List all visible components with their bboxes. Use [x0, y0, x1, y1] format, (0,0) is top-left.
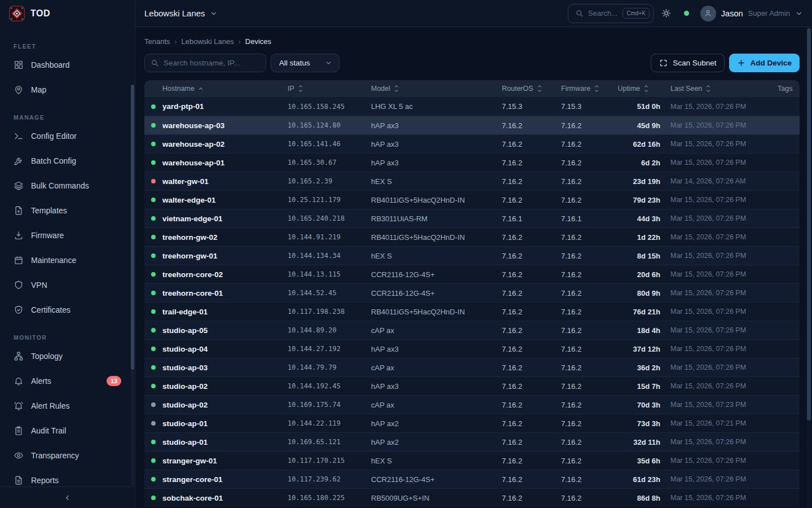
model-cell: hAP ax2 [371, 438, 502, 446]
wrench-icon [14, 156, 24, 166]
uptime-cell: 61d 23h [621, 475, 660, 484]
status-dot-online [151, 365, 156, 370]
app-root: TOD FLEETDashboardMapMANAGEConfig Editor… [0, 0, 812, 508]
device-row-trail-edge-01[interactable]: trail-edge-0110.117.198.238RB4011iGS+5Ha… [144, 302, 800, 321]
global-search[interactable]: Search... Cmd+K [568, 4, 654, 23]
device-row-walter-gw-01[interactable]: walter-gw-0110.165.2.39hEX S7.16.27.16.2… [144, 172, 800, 190]
sidebar-item-alerts[interactable]: Alerts13 [7, 370, 128, 392]
sidebar-item-transparency[interactable]: Transparency [7, 445, 128, 466]
device-row-stranger-core-01[interactable]: stranger-core-0110.117.239.62CCR2116-12G… [144, 470, 800, 488]
sidebar-item-maintenance[interactable]: Maintenance [7, 249, 128, 271]
sidebar-collapse-button[interactable] [0, 487, 135, 508]
chevron-down-icon [795, 10, 803, 17]
sidebar-item-vpn[interactable]: VPN [7, 274, 128, 296]
model-cell: cAP ax [371, 364, 502, 372]
column-header-last_seen[interactable]: Last Seen [660, 84, 778, 93]
sidebar-item-label: Firmware [31, 231, 64, 240]
avatar [700, 6, 716, 21]
column-header-tags: Tags [778, 85, 800, 93]
breadcrumb-item-lebowski-lanes[interactable]: Lebowski Lanes [182, 37, 234, 46]
firmware-cell: 7.16.2 [561, 196, 621, 204]
sidebar-nav: FLEETDashboardMapMANAGEConfig EditorBatc… [0, 27, 135, 491]
device-row-sobchak-core-01[interactable]: sobchak-core-0110.165.180.225RB5009UG+S+… [144, 488, 800, 507]
column-header-uptime[interactable]: Uptime [621, 84, 660, 93]
device-row-studio-ap-03[interactable]: studio-ap-0310.144.79.79cAP ax7.16.27.16… [144, 358, 800, 376]
sidebar-item-batch-config[interactable]: Batch Config [7, 150, 128, 172]
column-header-ip[interactable]: IP [288, 84, 371, 93]
device-row-walter-edge-01[interactable]: walter-edge-0110.25.121.179RB4011iGS+5Ha… [144, 190, 800, 209]
device-row-warehouse-ap-03[interactable]: warehouse-ap-0310.165.124.80hAP ax37.16.… [144, 116, 800, 134]
breadcrumb-separator: › [239, 38, 241, 46]
search-icon [575, 9, 584, 17]
sidebar-item-label: Dashboard [31, 60, 70, 69]
device-row-yard-ptp-01[interactable]: yard-ptp-0110.165.158.245LHG XL 5 ac7.15… [144, 97, 800, 116]
ip-cell: 10.117.239.62 [288, 475, 371, 483]
sidebar-item-certificates[interactable]: Certificates [7, 299, 128, 321]
sort-toggle-icon [594, 84, 599, 93]
add-device-button[interactable]: Add Device [729, 54, 800, 72]
column-header-hostname[interactable]: Hostname [162, 85, 288, 93]
device-row-studio-ap-04[interactable]: studio-ap-0410.144.27.192hAP ax37.16.27.… [144, 339, 800, 358]
sidebar-item-templates[interactable]: Templates [7, 200, 128, 221]
device-row-studio-ap-02[interactable]: studio-ap-0210.144.192.45hAP ax37.16.27.… [144, 376, 800, 395]
device-row-treehorn-core-02[interactable]: treehorn-core-0210.144.13.115CCR2116-12G… [144, 265, 800, 283]
tenant-selector[interactable]: Lebowski Lanes [144, 8, 218, 18]
status-cell [144, 104, 162, 109]
sidebar-item-config-editor[interactable]: Config Editor [7, 125, 128, 147]
device-table: HostnameIPModelRouterOSFirmwareUptimeLas… [144, 80, 800, 507]
sidebar-item-dashboard[interactable]: Dashboard [7, 54, 128, 76]
sidebar-item-audit-trail[interactable]: Audit Trail [7, 420, 128, 441]
connection-status-dot [684, 11, 689, 16]
device-row-warehouse-ap-02[interactable]: warehouse-ap-0210.165.141.46hAP ax37.16.… [144, 134, 800, 153]
device-row-treehorn-gw-01[interactable]: treehorn-gw-0110.144.134.34hEX S7.16.27.… [144, 246, 800, 265]
column-header-model[interactable]: Model [371, 84, 502, 93]
device-row-warehouse-ap-01[interactable]: warehouse-ap-0110.165.30.67hAP ax37.16.2… [144, 153, 800, 172]
device-row-treehorn-gw-02[interactable]: treehorn-gw-0210.144.91.219RB4011iGS+5Ha… [144, 227, 800, 246]
device-row-treehorn-core-01[interactable]: treehorn-core-0110.144.52.45CCR2116-12G-… [144, 283, 800, 302]
status-dot-online [151, 160, 156, 165]
theme-toggle-button[interactable] [658, 5, 675, 22]
device-row-studio-ap-01[interactable]: studio-ap-0110.169.65.121hAP ax27.16.27.… [144, 432, 800, 451]
user-menu[interactable]: Jason Super Admin [700, 6, 803, 21]
model-cell: LHG XL 5 ac [371, 102, 502, 111]
column-header-routeros[interactable]: RouterOS [502, 84, 561, 93]
routeros-cell: 7.16.2 [502, 252, 561, 260]
sidebar-item-label: Alert Rules [31, 401, 69, 410]
ip-cell: 10.144.27.192 [288, 345, 371, 353]
sidebar-item-alert-rules[interactable]: Alert Rules [7, 395, 128, 417]
breadcrumb-item-tenants[interactable]: Tenants [144, 37, 170, 46]
device-row-studio-ap-05[interactable]: studio-ap-0510.144.89.20cAP ax7.16.27.16… [144, 321, 800, 339]
device-row-studio-ap-02[interactable]: studio-ap-0210.169.175.74cAP ax7.16.27.1… [144, 395, 800, 414]
device-search[interactable] [144, 54, 266, 72]
sidebar-item-topology[interactable]: Topology [7, 345, 128, 367]
firmware-cell: 7.16.2 [561, 308, 621, 316]
status-dot-stale [151, 421, 156, 426]
status-dot-online [151, 253, 156, 258]
device-search-input[interactable] [164, 59, 260, 67]
column-header-firmware[interactable]: Firmware [561, 84, 621, 93]
page-scrollbar-thumb[interactable] [807, 28, 811, 421]
model-cell: cAP ax [371, 326, 502, 335]
sidebar-item-map[interactable]: Map [7, 79, 128, 100]
hostname-cell: treehorn-core-01 [162, 289, 288, 297]
firmware-cell: 7.16.2 [561, 438, 621, 446]
ip-cell: 10.169.65.121 [288, 438, 371, 446]
sidebar-item-bulk-commands[interactable]: Bulk Commands [7, 175, 128, 196]
sidebar-scrollbar-thumb[interactable] [131, 85, 134, 370]
scan-subnet-button[interactable]: Scan Subnet [651, 54, 725, 72]
hostname-cell: sobchak-core-01 [162, 494, 288, 502]
clipboard-icon [14, 426, 24, 436]
status-filter-select[interactable]: All status [271, 54, 339, 72]
device-row-vietnam-edge-01[interactable]: vietnam-edge-0110.165.240.218RB3011UiAS-… [144, 209, 800, 227]
device-row-studio-ap-01[interactable]: studio-ap-0110.144.22.119hAP ax27.16.27.… [144, 414, 800, 432]
status-cell [144, 440, 162, 444]
device-row-stranger-gw-01[interactable]: stranger-gw-0110.117.170.215hEX S7.16.27… [144, 451, 800, 470]
last-seen-cell: Mar 15, 2026, 07:26 PM [660, 382, 778, 390]
table-body: yard-ptp-0110.165.158.245LHG XL 5 ac7.15… [144, 97, 800, 507]
hostname-cell: studio-ap-02 [162, 382, 288, 391]
status-cell [144, 253, 162, 258]
breadcrumb: Tenants›Lebowski Lanes›Devices [144, 35, 800, 54]
sidebar-item-firmware[interactable]: Firmware [7, 225, 128, 246]
bell-ring-icon [14, 401, 24, 411]
routeros-cell: 7.16.2 [502, 121, 561, 130]
